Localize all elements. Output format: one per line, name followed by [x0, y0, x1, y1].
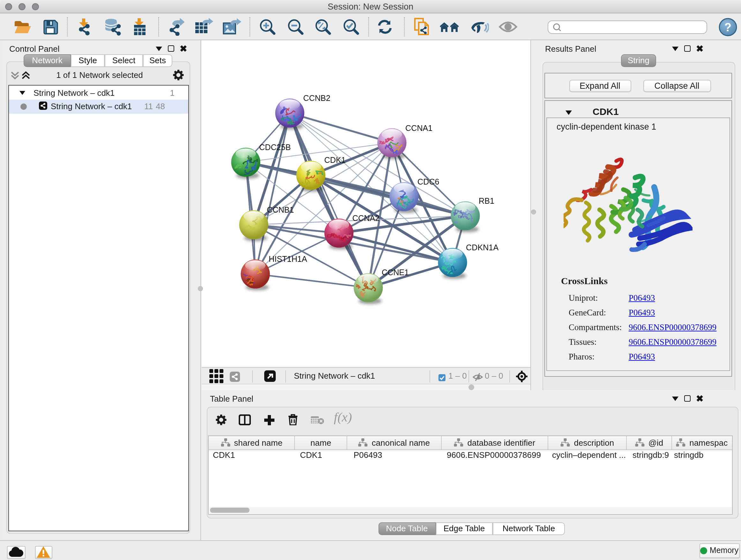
svg-text:?: ?	[724, 20, 731, 34]
svg-text:CDK1: CDK1	[324, 155, 345, 165]
svg-text:HIST1H1A: HIST1H1A	[268, 254, 307, 263]
svg-text:CCNE1: CCNE1	[381, 268, 408, 277]
svg-text:CCNA2: CCNA2	[352, 213, 379, 223]
svg-text:CCNB2: CCNB2	[303, 94, 330, 103]
svg-text:RB1: RB1	[478, 196, 494, 205]
svg-text:CDKN1A: CDKN1A	[466, 243, 498, 252]
svg-text:CDC6: CDC6	[417, 177, 439, 186]
svg-text:CCNA1: CCNA1	[405, 124, 432, 132]
svg-text:CCNB1: CCNB1	[266, 205, 293, 214]
svg-text:CDC25B: CDC25B	[259, 143, 290, 152]
